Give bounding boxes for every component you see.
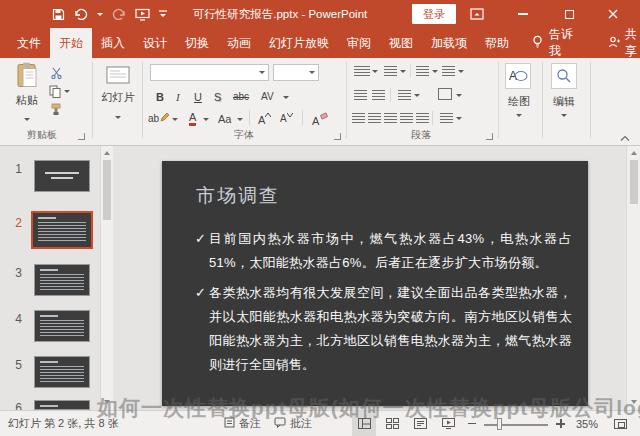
font-color-button[interactable]: A — [189, 111, 196, 126]
login-button[interactable]: 登录 — [412, 4, 456, 24]
tab-insert[interactable]: 插入 — [92, 28, 134, 58]
align-center-icon[interactable] — [368, 113, 381, 123]
undo-icon[interactable] — [74, 8, 88, 20]
thumbnail-slide-2-selected[interactable] — [31, 211, 93, 249]
bullet-text: 各类热水器均有很大发展空间，建议全面出品各类型热水器，并以太阳能热水器和电热水器… — [209, 285, 572, 372]
font-group-label: 字体 — [142, 128, 346, 142]
customize-qat-icon[interactable] — [159, 10, 167, 19]
italic-button[interactable]: I — [176, 91, 180, 103]
character-spacing-button[interactable]: AV — [261, 91, 274, 102]
tab-view[interactable]: 视图 — [380, 28, 422, 58]
tab-slideshow[interactable]: 幻灯片放映 — [260, 28, 338, 58]
distribute-icon[interactable] — [416, 113, 429, 123]
tab-addins[interactable]: 加载项 — [422, 28, 476, 58]
maximize-icon[interactable] — [556, 0, 582, 28]
underline-button[interactable]: U — [194, 91, 202, 103]
scroll-up-icon[interactable] — [104, 151, 110, 155]
strikethrough-button[interactable]: abc — [233, 91, 249, 102]
slide-canvas[interactable]: 市场调查 ✓ 目前国内热水器市场中，燃气热水器占43%，电热水器占51%，太阳能… — [162, 161, 588, 406]
minimize-icon[interactable] — [510, 0, 536, 28]
copy-icon[interactable] — [49, 85, 61, 100]
thumbnail-slide-4[interactable] — [34, 310, 90, 342]
font-name-combo[interactable] — [150, 64, 269, 81]
scroll-up-icon[interactable] — [631, 151, 637, 155]
convert-smartart-icon[interactable] — [440, 113, 453, 123]
thumbnail-scrollbar[interactable] — [100, 146, 113, 410]
undo-dropdown-icon[interactable] — [97, 13, 103, 16]
format-painter-icon[interactable] — [50, 103, 63, 118]
bold-button[interactable]: B — [156, 91, 164, 103]
highlight-button[interactable]: ab — [148, 113, 159, 124]
grow-font-button[interactable]: A — [258, 112, 271, 126]
editing-icon[interactable] — [551, 63, 577, 89]
thumbnail-slide-3[interactable] — [34, 264, 90, 296]
close-icon[interactable] — [600, 0, 626, 28]
editing-dropdown-icon — [561, 114, 567, 117]
bullet-item[interactable]: ✓ 各类热水器均有很大发展空间，建议全面出品各类型热水器，并以太阳能热水器和电热… — [196, 281, 572, 377]
tab-file[interactable]: 文件 — [8, 28, 50, 58]
align-text-dropdown-icon[interactable] — [456, 94, 462, 97]
share[interactable]: 共享 — [608, 28, 640, 58]
bullets-dropdown-icon[interactable] — [372, 70, 378, 73]
line-spacing-dropdown-icon[interactable] — [432, 70, 438, 73]
font-size-combo[interactable] — [273, 64, 319, 81]
checkmark-bullet-icon: ✓ — [195, 227, 206, 251]
columns-dropdown-icon[interactable] — [414, 94, 420, 97]
cut-icon[interactable] — [50, 67, 63, 81]
bullet-item[interactable]: ✓ 目前国内热水器市场中，燃气热水器占43%，电热水器占51%，太阳能热水器占6… — [196, 227, 572, 275]
convert-smartart-dropdown-icon[interactable] — [456, 117, 462, 120]
clipboard-dialog-launcher-icon[interactable] — [78, 133, 85, 140]
redo-icon[interactable] — [112, 8, 126, 20]
paragraph-dialog-launcher-icon[interactable] — [486, 133, 493, 140]
new-slide-button[interactable]: 幻灯片 — [96, 66, 140, 121]
numbering-icon[interactable] — [384, 66, 397, 76]
paste-button[interactable]: 粘贴 — [10, 62, 44, 123]
draw-icon[interactable]: A — [505, 63, 531, 89]
text-direction-dropdown-icon[interactable] — [458, 70, 464, 73]
shrink-font-button[interactable]: A — [280, 112, 293, 124]
font-color-dropdown-icon[interactable] — [203, 118, 209, 121]
justify-icon[interactable] — [400, 113, 413, 123]
decrease-indent-icon[interactable] — [354, 90, 367, 100]
editing-button-label[interactable]: 编辑 — [542, 94, 586, 109]
save-icon[interactable] — [52, 8, 65, 21]
font-dialog-launcher-icon[interactable] — [334, 133, 341, 140]
tab-transitions[interactable]: 切换 — [176, 28, 218, 58]
tell-me[interactable]: 告诉我 — [532, 28, 574, 58]
person-icon — [608, 36, 620, 51]
line-spacing-icon[interactable] — [416, 66, 429, 76]
clear-formatting-button[interactable]: A — [312, 112, 328, 127]
copy-dropdown-icon[interactable] — [64, 90, 70, 93]
lightbulb-icon — [532, 35, 543, 51]
thumbnail-number: 1 — [6, 162, 22, 176]
align-text-icon[interactable] — [438, 88, 452, 100]
tab-home[interactable]: 开始 — [50, 28, 92, 58]
thumbnail-slide-1[interactable] — [34, 160, 90, 192]
zoom-slider[interactable] — [484, 424, 548, 426]
slide-title[interactable]: 市场调查 — [196, 183, 280, 209]
change-case-dropdown-icon[interactable] — [237, 118, 243, 121]
thumbnail-slide-5[interactable] — [34, 356, 90, 388]
align-left-icon[interactable] — [352, 113, 365, 123]
collapse-ribbon-icon[interactable] — [620, 132, 630, 144]
highlight-dropdown-icon[interactable] — [172, 118, 178, 121]
tab-review[interactable]: 审阅 — [338, 28, 380, 58]
tab-design[interactable]: 设计 — [134, 28, 176, 58]
increase-indent-icon[interactable] — [372, 90, 385, 100]
tab-animations[interactable]: 动画 — [218, 28, 260, 58]
start-slideshow-icon[interactable] — [135, 8, 150, 21]
bullets-icon[interactable] — [354, 66, 370, 76]
tab-help[interactable]: 帮助 — [476, 28, 518, 58]
text-shadow-button[interactable]: S — [214, 91, 221, 103]
change-case-button[interactable]: Aa — [218, 113, 231, 125]
ribbon-display-options-icon[interactable] — [464, 0, 490, 28]
thumbnail-slide-6[interactable] — [34, 400, 90, 410]
editor-scrollbar[interactable] — [626, 146, 640, 410]
numbering-dropdown-icon[interactable] — [400, 70, 406, 73]
character-spacing-dropdown-icon[interactable] — [283, 96, 289, 99]
slide-body-textbox[interactable]: ✓ 目前国内热水器市场中，燃气热水器占43%，电热水器占51%，太阳能热水器占6… — [196, 227, 572, 377]
columns-icon[interactable] — [398, 90, 411, 100]
text-direction-icon[interactable] — [442, 66, 455, 76]
align-right-icon[interactable] — [384, 113, 397, 123]
draw-button-label[interactable]: 绘图 — [496, 94, 542, 109]
